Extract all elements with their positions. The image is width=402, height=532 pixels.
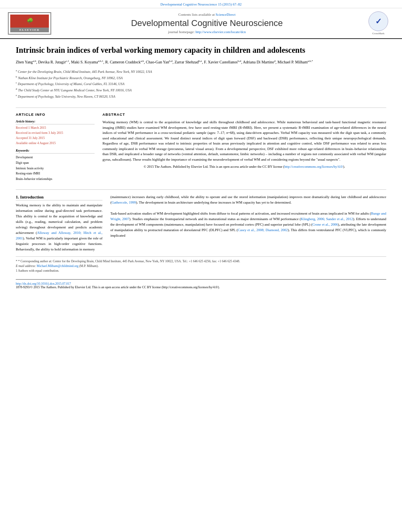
main-content: Intrinsic brain indices of verbal workin… (0, 39, 402, 297)
author-list: Zhen Yanga,b, Devika R. Jutagirc,1, Maki… (16, 60, 313, 64)
corresponding-note: * * Corresponding author at: Center for … (16, 259, 386, 264)
article-info-abstract: ARTICLE INFO Article history: Received 1… (16, 108, 386, 185)
elsevier-name: ELSEVIER (10, 28, 49, 32)
history-heading: Article history: (16, 120, 95, 124)
ref-klingberg[interactable]: Klingberg, 2006; Sander et al., 2012 (301, 217, 353, 221)
affiliation-a: a Center for the Developing Brain, Child… (16, 69, 386, 74)
ref-alloway[interactable]: Alloway and Alloway, 2010; Hitch et al.,… (16, 231, 102, 240)
top-banner: Developmental Cognitive Neuroscience 15 … (0, 0, 402, 8)
affiliation-e: e Department of Psychology, Yale Univers… (16, 93, 386, 99)
abstract-heading: ABSTRACT (102, 113, 386, 117)
received-date: Received 1 March 2015 (16, 126, 95, 131)
article-title: Intrinsic brain indices of verbal workin… (16, 45, 386, 55)
email-link[interactable]: Michael.Milham@childmind.org (37, 264, 78, 268)
abstract-panel: ABSTRACT Working memory (WM) is central … (102, 113, 386, 185)
affiliations: a Center for the Developing Brain, Child… (16, 69, 386, 99)
copyright: © 2015 The Authors. Published by Elsevie… (102, 165, 386, 169)
intro-left-text: Working memory is the ability to maintai… (16, 203, 102, 252)
issn-line: 1878-9293/© 2015 The Authors. Published … (16, 285, 386, 289)
history-section: Article history: Received 1 March 2015 R… (16, 120, 95, 146)
contents-available: Contents lists available at ScienceDirec… (59, 13, 355, 17)
intro-right: (maintenance) increases during early chi… (110, 195, 386, 252)
keyword-digit-span: Digit span (16, 160, 95, 166)
intro-left: 1. Introduction Working memory is the ab… (16, 195, 102, 252)
dates: Received 1 March 2015 Received in revise… (16, 126, 95, 146)
available-date: Available online 4 August 2015 (16, 141, 95, 146)
abstract-text: Working memory (WM) is central to the ac… (102, 120, 386, 162)
journal-title: Developmental Cognitive Neuroscience (59, 18, 355, 28)
keyword-intrinsic: Intrinsic brain activity (16, 166, 95, 171)
doi-link[interactable]: http://dx.doi.org/10.1016/j.dcn.2015.07.… (16, 282, 71, 285)
keywords-list: Development Digit span Intrinsic brain a… (16, 155, 95, 182)
journal-header: 🌳 ELSEVIER Contents lists available at S… (0, 8, 402, 39)
affiliation-c: c Department of Psychology, University o… (16, 81, 386, 87)
equal-contribution-note: 1 Authors with equal contribution. (16, 269, 386, 273)
keyword-development: Development (16, 155, 95, 160)
doi-line: http://dx.doi.org/10.1016/j.dcn.2015.07.… (16, 282, 386, 285)
keywords-section: Keywords: Development Digit span Intrins… (16, 149, 95, 182)
intro-heading: 1. Introduction (16, 195, 102, 200)
journal-citation: Developmental Cognitive Neuroscience 15 … (160, 2, 242, 6)
keywords-heading: Keywords: (16, 149, 95, 154)
crossmark-logo: ✓ CrossMark (363, 11, 394, 35)
intro-right-text: (maintenance) increases during early chi… (110, 195, 386, 239)
affiliation-d: d The Child Study Center at NYU Langone … (16, 87, 386, 93)
footer-bar: http://dx.doi.org/10.1016/j.dcn.2015.07.… (16, 279, 386, 289)
crossmark-label: CrossMark (363, 32, 394, 35)
elsevier-tree-image: 🌳 (10, 15, 49, 28)
sciencedirect-link[interactable]: ScienceDirect (216, 13, 235, 17)
affiliation-b: b Nathan Kline Institute for Psychiatric… (16, 75, 386, 81)
keyword-brain-behavior: Brain–behavior relationships (16, 176, 95, 182)
ref-crone[interactable]: Crone et al., 2006 (313, 222, 338, 226)
authors: Zhen Yanga,b, Devika R. Jutagirc,1, Maki… (16, 59, 386, 65)
article-info-heading: ARTICLE INFO (16, 113, 95, 117)
accepted-date: Accepted 31 July 2015 (16, 136, 95, 141)
journal-url[interactable]: http://www.elsevier.com/locate/dcn (195, 30, 246, 34)
cc-link[interactable]: http://creativecommons.org/licenses/by/4… (284, 165, 343, 169)
ref-casey[interactable]: Casey et al., 2008; Diamond, 2002 (238, 228, 288, 232)
keyword-resting: Resting-state fMRI (16, 171, 95, 176)
email-note: E-mail address: Michael.Milham@childmind… (16, 264, 386, 269)
journal-info: Contents lists available at ScienceDirec… (51, 13, 363, 34)
crossmark-icon: ✓ (368, 11, 388, 31)
issn-text: 1878-9293/© 2015 The Authors. Published … (16, 285, 220, 289)
footnotes: * * Corresponding author at: Center for … (16, 256, 386, 273)
revised-date: Received in revised form 3 July 2015 (16, 131, 95, 136)
elsevier-logo: 🌳 ELSEVIER (8, 12, 51, 35)
introduction-section: 1. Introduction Working memory is the ab… (16, 195, 386, 252)
ref-gathercole[interactable]: Gathercole, 1999 (112, 200, 136, 204)
article-info-panel: ARTICLE INFO Article history: Received 1… (16, 113, 95, 185)
journal-homepage: journal homepage: http://www.elsevier.co… (59, 30, 355, 34)
section-divider (16, 189, 386, 190)
